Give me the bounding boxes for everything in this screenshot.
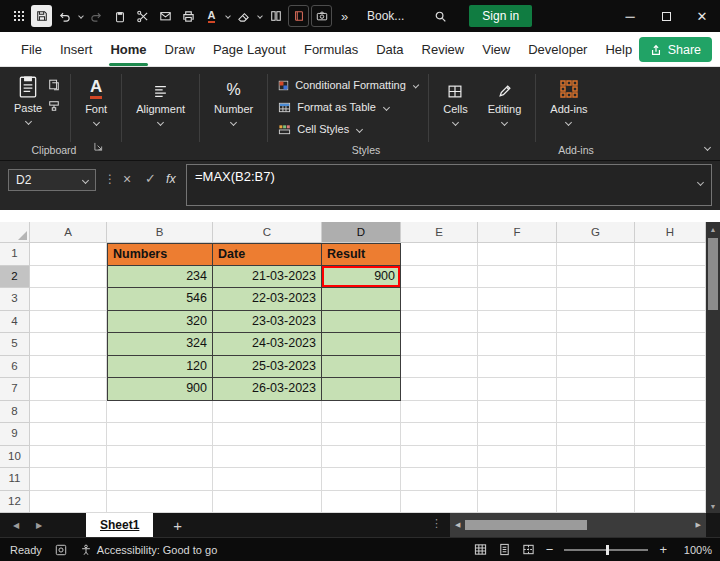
cell-G9[interactable] <box>557 423 635 446</box>
scroll-left-icon[interactable]: ◀ <box>455 521 460 529</box>
macro-record-icon[interactable] <box>55 544 67 556</box>
zoom-slider-thumb[interactable] <box>606 545 609 555</box>
cell-H7[interactable] <box>635 378 706 401</box>
column-header-B[interactable]: B <box>107 222 213 243</box>
insert-column-icon[interactable] <box>265 5 286 27</box>
cell-H9[interactable] <box>635 423 706 446</box>
cell-B1[interactable]: Numbers <box>107 243 213 266</box>
cell-A12[interactable] <box>30 491 107 514</box>
menu-tab-developer[interactable]: Developer <box>519 32 596 66</box>
overflow-icon[interactable]: » <box>334 5 355 27</box>
cell-D8[interactable] <box>322 401 401 424</box>
row-header-2[interactable]: 2 <box>0 266 30 289</box>
cell-E3[interactable] <box>401 288 478 311</box>
scroll-up-icon[interactable]: ▲ <box>710 222 717 236</box>
font-color-icon[interactable]: A <box>201 5 222 27</box>
cell-A11[interactable] <box>30 468 107 491</box>
row-header-12[interactable]: 12 <box>0 491 30 514</box>
column-header-H[interactable]: H <box>635 222 706 243</box>
cell-C8[interactable] <box>213 401 322 424</box>
cell-G6[interactable] <box>557 356 635 379</box>
name-box[interactable]: D2 <box>8 169 96 191</box>
zoom-out-button[interactable]: − <box>546 543 554 556</box>
cell-A3[interactable] <box>30 288 107 311</box>
accessibility-icon[interactable] <box>80 544 92 556</box>
sheet-tab-sheet1[interactable]: Sheet1 <box>86 513 153 537</box>
row-header-4[interactable]: 4 <box>0 311 30 334</box>
cell-styles-button[interactable]: Cell Styles <box>278 119 418 139</box>
cell-H12[interactable] <box>635 491 706 514</box>
cell-D12[interactable] <box>322 491 401 514</box>
row-header-5[interactable]: 5 <box>0 333 30 356</box>
horizontal-scroll-thumb[interactable] <box>465 520 587 530</box>
cell-G7[interactable] <box>557 378 635 401</box>
undo-icon[interactable] <box>54 5 75 27</box>
printer-icon[interactable] <box>178 5 199 27</box>
cell-G2[interactable] <box>557 266 635 289</box>
cell-A6[interactable] <box>30 356 107 379</box>
apps-icon[interactable] <box>8 5 29 27</box>
cell-E8[interactable] <box>401 401 478 424</box>
column-header-D[interactable]: D <box>322 222 401 243</box>
cell-D3[interactable] <box>322 288 401 311</box>
scroll-right-icon[interactable]: ▶ <box>696 521 701 529</box>
scroll-down-icon[interactable]: ▼ <box>710 499 717 513</box>
share-button[interactable]: Share <box>639 37 712 62</box>
row-header-11[interactable]: 11 <box>0 468 30 491</box>
column-header-E[interactable]: E <box>401 222 478 243</box>
undo-dropdown-icon[interactable] <box>77 10 84 22</box>
cell-C3[interactable]: 22-03-2023 <box>213 288 322 311</box>
cut-icon[interactable] <box>132 5 153 27</box>
cell-G10[interactable] <box>557 446 635 469</box>
cell-A1[interactable] <box>30 243 107 266</box>
cell-A2[interactable] <box>30 266 107 289</box>
menu-tab-insert[interactable]: Insert <box>51 32 102 66</box>
cell-D2[interactable]: 900 <box>322 266 401 289</box>
row-header-7[interactable]: 7 <box>0 378 30 401</box>
cell-B2[interactable]: 234 <box>107 266 213 289</box>
cell-B12[interactable] <box>107 491 213 514</box>
font-group-button[interactable]: A Font <box>75 72 117 125</box>
cell-C7[interactable]: 26-03-2023 <box>213 378 322 401</box>
row-header-10[interactable]: 10 <box>0 446 30 469</box>
cell-F12[interactable] <box>478 491 557 514</box>
alignment-group-button[interactable]: Alignment <box>126 72 195 125</box>
clipboard-icon[interactable] <box>109 5 130 27</box>
maximize-button[interactable] <box>648 0 684 32</box>
cell-F11[interactable] <box>478 468 557 491</box>
addins-group-button[interactable]: Add-ins <box>540 72 597 125</box>
paste-button[interactable]: Paste <box>14 72 42 124</box>
row-header-8[interactable]: 8 <box>0 401 30 424</box>
menu-tab-draw[interactable]: Draw <box>156 32 204 66</box>
cell-B7[interactable]: 900 <box>107 378 213 401</box>
book-icon[interactable] <box>288 5 309 27</box>
cell-B4[interactable]: 320 <box>107 311 213 334</box>
cell-E2[interactable] <box>401 266 478 289</box>
cell-D7[interactable] <box>322 378 401 401</box>
collapse-ribbon-button[interactable] <box>705 136 710 154</box>
cell-F7[interactable] <box>478 378 557 401</box>
tab-bar-options-icon[interactable]: ⋮ <box>431 517 442 530</box>
menu-tab-view[interactable]: View <box>473 32 519 66</box>
camera-icon[interactable] <box>311 5 332 27</box>
cell-G12[interactable] <box>557 491 635 514</box>
menu-tab-formulas[interactable]: Formulas <box>295 32 367 66</box>
sign-in-button[interactable]: Sign in <box>469 5 532 27</box>
previous-sheet-button[interactable]: ◀ <box>9 521 23 530</box>
mail-icon[interactable] <box>155 5 176 27</box>
editing-group-button[interactable]: Editing <box>478 72 532 125</box>
cell-D1[interactable]: Result <box>322 243 401 266</box>
cell-D5[interactable] <box>322 333 401 356</box>
font-color-dropdown-icon[interactable] <box>224 10 231 22</box>
cell-G8[interactable] <box>557 401 635 424</box>
cell-H11[interactable] <box>635 468 706 491</box>
cell-A4[interactable] <box>30 311 107 334</box>
cell-G4[interactable] <box>557 311 635 334</box>
cell-C6[interactable]: 25-03-2023 <box>213 356 322 379</box>
name-box-resize-handle[interactable]: ⋮ <box>104 172 116 186</box>
conditional-formatting-button[interactable]: Conditional Formatting <box>278 75 418 95</box>
minimize-button[interactable]: ─ <box>612 0 648 32</box>
cell-H4[interactable] <box>635 311 706 334</box>
cell-D11[interactable] <box>322 468 401 491</box>
search-icon[interactable] <box>430 5 451 27</box>
